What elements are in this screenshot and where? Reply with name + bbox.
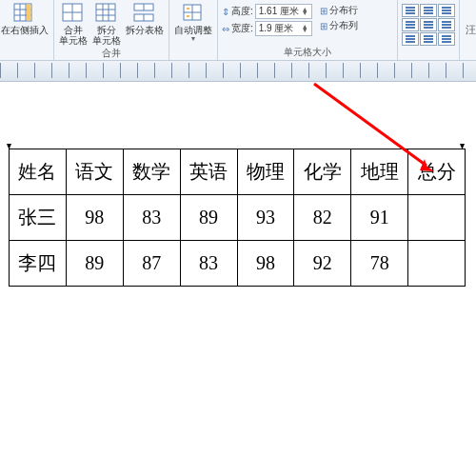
distribute-cols-icon: ⊞ — [320, 21, 327, 31]
score-cell[interactable]: 91 — [351, 195, 408, 241]
header-cell[interactable]: 总分 — [408, 149, 466, 195]
svg-rect-9 — [96, 4, 115, 21]
score-cell[interactable]: 82 — [294, 195, 351, 241]
split-table-icon — [131, 2, 158, 25]
total-cell[interactable] — [408, 241, 466, 287]
ruler[interactable] — [0, 61, 476, 82]
height-label: 高度: — [231, 5, 253, 18]
autofit-label: 自动调整 — [174, 25, 212, 35]
score-cell[interactable]: 92 — [294, 241, 351, 287]
table-row: 张三 98 83 89 93 82 91 — [10, 195, 466, 241]
align-ml-button[interactable] — [402, 18, 419, 31]
svg-rect-5 — [27, 5, 31, 21]
name-cell[interactable]: 张三 — [10, 195, 67, 241]
align-tl-button[interactable] — [402, 4, 419, 17]
height-icon: ⇕ — [222, 7, 229, 17]
width-input[interactable]: 1.9 厘米▲▼ — [255, 21, 312, 36]
autofit-icon — [180, 2, 207, 25]
insert-right-label: 在右侧插入 — [1, 25, 49, 35]
split-cells-icon — [93, 2, 120, 25]
score-cell[interactable]: 83 — [123, 195, 180, 241]
distribute-rows-label: 分布行 — [329, 4, 358, 17]
insert-right-button[interactable]: 在右侧插入 — [0, 2, 50, 35]
score-cell[interactable]: 87 — [123, 241, 180, 287]
document-area: 姓名 语文 数学 英语 物理 化学 地理 总分 张三 98 83 89 93 8… — [0, 82, 476, 287]
alignment-grid — [402, 2, 455, 46]
header-cell[interactable]: 物理 — [237, 149, 294, 195]
merge-group-label: 合并 — [58, 46, 165, 60]
header-cell[interactable]: 地理 — [351, 149, 408, 195]
total-cell[interactable] — [408, 195, 466, 241]
name-cell[interactable]: 李四 — [10, 241, 67, 287]
split-table-button[interactable]: 拆分表格 — [125, 2, 165, 35]
width-label: 宽度: — [231, 22, 253, 35]
split-cells-label: 拆分 单元格 — [92, 25, 121, 46]
score-cell[interactable]: 93 — [237, 195, 294, 241]
merge-cells-icon — [60, 2, 87, 25]
score-table[interactable]: 姓名 语文 数学 英语 物理 化学 地理 总分 张三 98 83 89 93 8… — [9, 149, 466, 287]
score-cell[interactable]: 83 — [180, 241, 237, 287]
distribute-rows-icon: ⊞ — [320, 6, 327, 16]
last-group-label: 汪 — [460, 0, 476, 60]
align-mr-button[interactable] — [438, 18, 455, 31]
header-cell[interactable]: 语文 — [66, 149, 123, 195]
table-header-row: 姓名 语文 数学 英语 物理 化学 地理 总分 — [10, 149, 466, 195]
split-table-label: 拆分表格 — [126, 25, 164, 35]
ribbon: 在右侧插入 合并 单元格 拆分 单元格 拆分表格 — [0, 0, 476, 61]
score-cell[interactable]: 89 — [180, 195, 237, 241]
autofit-button[interactable]: 自动调整 ▼ — [173, 2, 213, 43]
split-cells-button[interactable]: 拆分 单元格 — [91, 2, 122, 46]
size-group-label: 单元格大小 — [222, 45, 393, 59]
header-cell[interactable]: 姓名 — [10, 149, 67, 195]
header-cell[interactable]: 化学 — [294, 149, 351, 195]
score-cell[interactable]: 98 — [237, 241, 294, 287]
width-icon: ⇔ — [222, 24, 229, 34]
insert-right-icon — [11, 2, 38, 25]
merge-cells-button[interactable]: 合并 单元格 — [58, 2, 89, 46]
merge-cells-label: 合并 单元格 — [59, 25, 88, 46]
score-cell[interactable]: 89 — [66, 241, 123, 287]
align-bc-button[interactable] — [420, 32, 437, 46]
align-bl-button[interactable] — [402, 32, 419, 46]
distribute-cols-label: 分布列 — [329, 19, 358, 32]
header-cell[interactable]: 英语 — [180, 149, 237, 195]
align-br-button[interactable] — [438, 32, 455, 46]
score-cell[interactable]: 78 — [351, 241, 408, 287]
align-tc-button[interactable] — [420, 4, 437, 17]
align-tr-button[interactable] — [438, 4, 455, 17]
distribute-cols-button[interactable]: ⊞ 分布列 — [320, 19, 358, 32]
align-mc-button[interactable] — [420, 18, 437, 31]
table-row: 李四 89 87 83 98 92 78 — [10, 241, 466, 287]
header-cell[interactable]: 数学 — [123, 149, 180, 195]
chevron-down-icon: ▼ — [190, 35, 197, 43]
height-input[interactable]: 1.61 厘米▲▼ — [255, 4, 312, 19]
score-cell[interactable]: 98 — [66, 195, 123, 241]
distribute-rows-button[interactable]: ⊞ 分布行 — [320, 4, 358, 17]
